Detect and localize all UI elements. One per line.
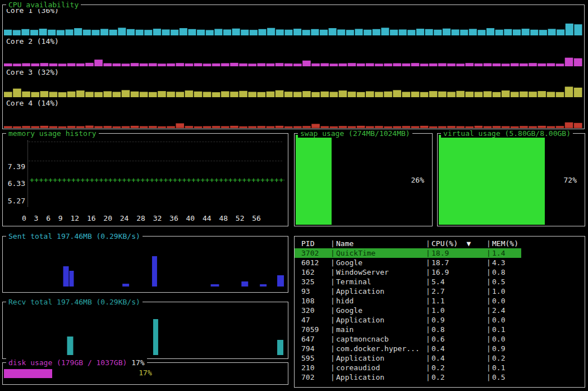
pipe: | [329, 334, 336, 344]
process-table-rows: 3702|QuickTime|18.9|1.46012|Google|18.7|… [295, 248, 585, 382]
memory-x-tick: 9 [58, 214, 63, 222]
process-pid: 325 [301, 277, 329, 287]
net-recv-panel: Recv total 197.46MB (0.29KB/s) [2, 302, 288, 359]
cpu-core-sparkline [4, 109, 583, 128]
pipe: | [485, 296, 492, 306]
cpu-core-sparkline [4, 78, 583, 97]
swap-panel-title: swap usage (274MB/1024MB) [298, 129, 412, 138]
process-row[interactable]: 47|Application|0.9|0.0 [295, 315, 585, 325]
process-row[interactable]: 794|com.docker.hyper...|0.4|0.9 [295, 344, 585, 353]
memory-x-tick: 3 [34, 214, 39, 222]
process-mem: 0.0 [492, 334, 585, 344]
virtual-gauge-fill [439, 135, 545, 225]
process-row[interactable]: 7059|main|0.8|0.1 [295, 325, 585, 334]
process-row[interactable]: 320|Google|1.0|2.4 [295, 306, 585, 315]
process-name: Application [336, 287, 425, 296]
process-pid: 210 [301, 363, 329, 372]
disk-panel: disk usage (179GB / 1037GB) 17% 17% [2, 362, 288, 385]
pipe: | [425, 344, 431, 353]
memory-x-tick: 48 [219, 214, 228, 222]
process-name: hidd [336, 296, 425, 306]
pipe: | [425, 258, 431, 267]
net-recv-title: Recv total 197.46MB (0.29KB/s) [6, 298, 143, 306]
swap-panel: swap usage (274MB/1024MB) 26% [294, 133, 433, 226]
pipe: | [425, 277, 431, 287]
disk-title-percent: 17% [131, 358, 144, 367]
process-cpu: 0.8 [431, 325, 485, 334]
pipe: | [425, 363, 431, 372]
process-name: main [336, 325, 425, 334]
process-mem: 0.2 [492, 353, 585, 363]
process-name: QuickTime [336, 248, 425, 258]
process-row[interactable]: 210|coreaudiod|0.2|0.1 [295, 363, 585, 372]
header-mem[interactable]: MEM(%) [492, 239, 585, 248]
process-row[interactable]: 647|captmoncnacb|0.6|0.0 [295, 334, 585, 344]
process-name: Application [336, 353, 425, 363]
memory-panel: memory usage history 7.39 6.33 5.27 ++++… [2, 133, 288, 226]
memory-x-tick: 6 [46, 214, 50, 222]
disk-percent-label: 17% [3, 369, 288, 377]
pipe: | [425, 334, 431, 344]
pipe: | [485, 267, 492, 277]
process-row[interactable]: 108|hidd|1.1|0.0 [295, 296, 585, 306]
net-recv-chart [4, 318, 287, 355]
cpu-core-row: Core 4 (14%) [4, 98, 583, 128]
memory-usage-line: ++++++++++++++++++++++++++++++++++++++++… [30, 176, 284, 185]
process-name: Application [336, 372, 425, 382]
process-name: captmoncnacb [336, 334, 425, 344]
virtual-percent-label: 72% [564, 176, 577, 184]
process-cpu: 2.7 [431, 287, 485, 296]
process-mem: 0.0 [492, 296, 585, 306]
pipe: | [485, 287, 492, 296]
pipe: | [485, 325, 492, 334]
process-row[interactable]: 3702|QuickTime|18.9|1.4 [295, 248, 585, 258]
process-pid: 7059 [301, 325, 329, 334]
process-row[interactable]: 93|Application|2.7|1.0 [295, 287, 585, 296]
process-cpu: 1.0 [431, 306, 485, 315]
pipe: | [329, 325, 336, 334]
process-mem: 0.1 [492, 363, 585, 372]
memory-x-tick: 28 [136, 214, 145, 222]
pipe: | [485, 344, 492, 353]
process-table-header: PID | Name | CPU(%) ▼ | MEM(%) [295, 239, 585, 248]
header-cpu-sort[interactable]: CPU(%) ▼ [431, 239, 485, 248]
process-row[interactable]: 702|Application|0.2|0.5 [295, 372, 585, 382]
pipe: | [329, 372, 336, 382]
pipe: | [329, 267, 336, 277]
process-cpu: 18.9 [431, 248, 485, 258]
memory-x-tick: 44 [203, 214, 212, 222]
process-name: Terminal [336, 277, 425, 287]
pipe: | [329, 363, 336, 372]
pipe: | [329, 258, 336, 267]
cpu-core-row: Core 3 (32%) [4, 67, 583, 97]
memory-x-tick: 24 [120, 214, 129, 222]
process-pid: 794 [301, 344, 329, 353]
memory-x-tick: 16 [87, 214, 96, 222]
disk-panel-title: disk usage (179GB / 1037GB) 17% [6, 358, 147, 367]
process-pid: 702 [301, 372, 329, 382]
process-pid: 108 [301, 296, 329, 306]
process-row[interactable]: 595|Application|0.4|0.2 [295, 353, 585, 363]
process-cpu: 1.1 [431, 296, 485, 306]
header-pid[interactable]: PID [301, 239, 329, 248]
disk-title-text: disk usage (179GB / 1037GB) [8, 358, 131, 367]
memory-x-tick: 56 [252, 214, 261, 222]
pipe: | [485, 239, 492, 248]
process-name: Google [336, 306, 425, 315]
process-name: Google [336, 258, 425, 267]
net-sent-chart [4, 255, 287, 287]
virtual-panel-title: virtual usage (5.80GB/8.00GB) [441, 129, 573, 138]
pipe: | [329, 287, 336, 296]
process-pid: 6012 [301, 258, 329, 267]
process-row[interactable]: 325|Terminal|5.4|0.5 [295, 277, 585, 287]
memory-y-axis [27, 140, 28, 207]
process-mem: 0.8 [492, 267, 585, 277]
header-name[interactable]: Name [336, 239, 425, 248]
process-row[interactable]: 6012|Google|18.7|4.3 [295, 258, 585, 267]
process-row[interactable]: 162|WindowServer|16.9|0.8 [295, 267, 585, 277]
cpu-core-label: Core 2 (14%) [4, 37, 583, 46]
memory-x-axis: 0369121620242832364044485256 [22, 214, 261, 222]
memory-gridline [29, 142, 282, 142]
memory-y-tick: 5.27 [5, 197, 25, 205]
process-cpu: 0.9 [431, 315, 485, 325]
